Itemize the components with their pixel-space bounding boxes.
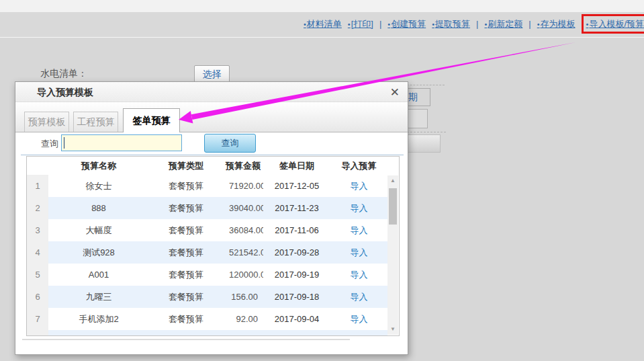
- vertical-scrollbar[interactable]: ▲ ▼: [387, 175, 398, 335]
- toolbar-separator: |: [379, 19, 381, 29]
- import-link[interactable]: 导入: [351, 181, 368, 191]
- table-row: 1 徐女士 套餐预算 71920.00 2017-12-05 导入: [27, 175, 387, 197]
- close-icon[interactable]: ✕: [390, 85, 400, 99]
- dialog-title: 导入预算模板: [37, 87, 93, 99]
- query-row: 查询： 查询: [15, 132, 408, 155]
- bullet-icon: •: [387, 20, 390, 28]
- header-sign-date: 签单日期: [263, 157, 330, 175]
- bullet-icon: •: [432, 20, 434, 28]
- header-budget-type: 预算类型: [149, 157, 223, 175]
- tab-project-budget[interactable]: 工程预算: [73, 112, 118, 132]
- water-electric-list-label: 水电清单：: [40, 68, 87, 80]
- header-num: [27, 157, 48, 175]
- top-strip: [0, 0, 644, 12]
- import-link[interactable]: 导入: [351, 247, 368, 257]
- scroll-up-icon[interactable]: ▲: [387, 175, 398, 186]
- toolbar-separator: |: [528, 19, 531, 29]
- toolbar-separator: |: [476, 19, 478, 29]
- header-import: 导入预算: [330, 157, 387, 175]
- dialog-title-bar: 导入预算模板: [15, 82, 408, 102]
- header-budget-name: 预算名称: [48, 157, 149, 175]
- bullet-icon: •: [304, 20, 306, 28]
- bullet-icon: •: [348, 20, 351, 28]
- bullet-icon: •: [537, 20, 540, 28]
- import-link[interactable]: 导入: [351, 292, 368, 302]
- tab-signed-budget[interactable]: 签单预算: [123, 108, 180, 132]
- scrollbar-thumb[interactable]: [389, 188, 397, 225]
- query-button[interactable]: 查询: [204, 134, 256, 153]
- toolbar-link-create-budget[interactable]: •创建预算: [387, 18, 426, 30]
- toolbar-link-material-list[interactable]: •材料清单: [304, 18, 342, 30]
- footer-divider: [22, 339, 350, 340]
- toolbar-link-refresh-quota[interactable]: •刷新定额: [484, 18, 522, 30]
- scroll-down-icon[interactable]: ▼: [387, 324, 398, 335]
- toolbar-link-extract-budget[interactable]: •提取预算: [432, 18, 470, 30]
- divider: [21, 155, 404, 155]
- import-link[interactable]: 导入: [351, 225, 368, 235]
- budget-table: 预算名称 预算类型 预算金额 签单日期 导入预算 1 徐女士 套餐预算 7192…: [26, 156, 400, 336]
- select-button[interactable]: 选择: [194, 65, 230, 83]
- table-row-partial: [27, 330, 387, 336]
- query-input[interactable]: [61, 134, 182, 151]
- table-row: 7 手机添加2 套餐预算 92.00 2017-09-04 导入: [27, 308, 387, 330]
- table-row: 4 测试928 套餐预算 521542.00 2017-09-28 导入: [27, 241, 387, 264]
- text-caret: [64, 137, 64, 149]
- import-link[interactable]: 导入: [351, 270, 368, 280]
- table-row: 6 九曜三 套餐预算 156.00 2017-09-18 导入: [27, 286, 387, 308]
- table-header-row: 预算名称 预算类型 预算金额 签单日期 导入预算: [27, 157, 387, 175]
- toolbar-link-print[interactable]: •[打印]: [348, 18, 373, 30]
- toolbar: •材料清单 •[打印] | •创建预算 •提取预算 | •刷新定额 | •存为模…: [304, 16, 644, 32]
- table-row: 5 A001 套餐预算 120000.00 2017-09-19 导入: [27, 264, 387, 286]
- bullet-icon: •: [484, 20, 487, 28]
- toolbar-link-import-template[interactable]: •导入模板/预算: [586, 19, 644, 29]
- tab-strip: 预算模板 工程预算 签单预算: [15, 102, 408, 132]
- import-budget-template-dialog: 导入预算模板 ✕ 预算模板 工程预算 签单预算 查询： 查询 预算名称 预算类型…: [15, 81, 408, 355]
- table-row: 3 大幅度 套餐预算 36084.00 2017-11-06 导入: [27, 219, 387, 241]
- import-link[interactable]: 导入: [351, 203, 368, 213]
- tab-budget-template[interactable]: 预算模板: [24, 112, 69, 132]
- red-highlight-box: •导入模板/预算: [582, 14, 644, 34]
- header-budget-amount: 预算金额: [223, 157, 263, 175]
- table-row: 2 888 套餐预算 39040.00 2017-11-23 导入: [27, 197, 387, 219]
- toolbar-link-save-as-template[interactable]: •存为模板: [537, 18, 576, 30]
- import-link[interactable]: 导入: [351, 314, 368, 324]
- bullet-icon: •: [586, 20, 589, 28]
